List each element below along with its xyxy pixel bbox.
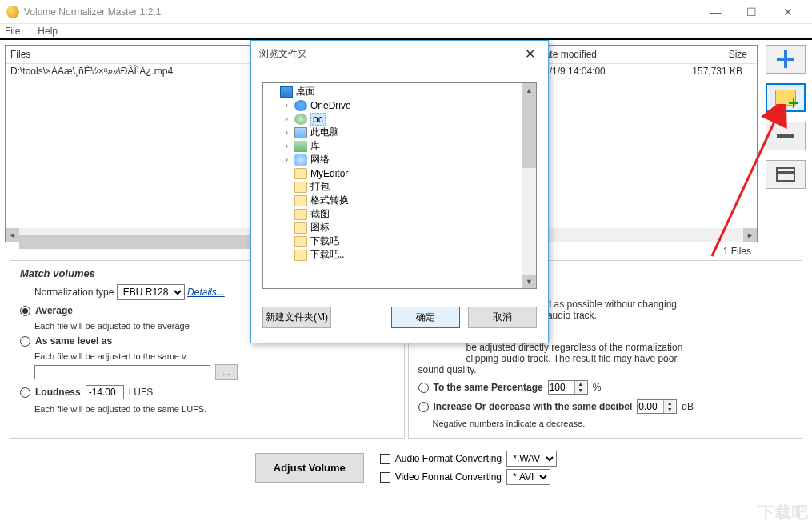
tree-item[interactable]: 格式转换 xyxy=(263,194,522,207)
minus-icon xyxy=(777,134,794,138)
folder-tree[interactable]: 桌面›OneDrive›pc›此电脑›库›网络MyEditor打包格式转换截图图… xyxy=(263,83,522,288)
tree-item-label: 下载吧.. xyxy=(310,248,345,262)
maximize-button[interactable]: ☐ xyxy=(734,1,770,23)
loudness-radio-row[interactable]: Loudness LUFS xyxy=(20,385,394,399)
lib-icon xyxy=(294,141,307,152)
bottom-bar: Adjust Volume Audio Format Converting *.… xyxy=(5,443,807,492)
loudness-radio[interactable] xyxy=(20,387,30,398)
net-icon xyxy=(294,154,307,166)
browse-button[interactable]: ... xyxy=(215,364,238,380)
folder-icon xyxy=(294,250,307,261)
folder-tree-container: 桌面›OneDrive›pc›此电脑›库›网络MyEditor打包格式转换截图图… xyxy=(262,82,537,289)
tree-item[interactable]: 下载吧 xyxy=(263,234,522,248)
close-button[interactable]: ✕ xyxy=(770,1,806,23)
decibel-input[interactable] xyxy=(638,400,663,413)
video-format-row: Video Format Converting *.AVI xyxy=(380,469,557,485)
col-size[interactable]: Size xyxy=(677,46,757,63)
decibel-stepper[interactable]: ▲▼ xyxy=(637,399,677,414)
same-level-radio[interactable] xyxy=(20,336,30,347)
audio-format-select[interactable]: *.WAV xyxy=(506,451,557,467)
scroll-left-icon[interactable]: ◄ xyxy=(6,228,19,242)
clear-button[interactable] xyxy=(766,160,806,189)
expand-icon[interactable]: › xyxy=(282,155,291,164)
tree-item-label: OneDrive xyxy=(310,100,351,111)
tree-item-label: 网络 xyxy=(310,153,330,166)
vertical-scrollbar[interactable]: ▲ ▼ xyxy=(522,83,536,288)
tree-item-label: 截图 xyxy=(310,207,330,221)
tree-item-label: 此电脑 xyxy=(310,126,339,139)
average-label: Average xyxy=(35,305,73,316)
dialog-title: 浏览文件夹 xyxy=(259,47,520,61)
tree-item[interactable]: ›此电脑 xyxy=(263,126,522,139)
watermark: 下载吧 xyxy=(758,502,809,523)
audio-format-checkbox[interactable] xyxy=(380,454,390,464)
tree-item[interactable]: 下载吧.. xyxy=(263,248,522,262)
add-folder-button[interactable] xyxy=(766,83,806,112)
add-file-button[interactable] xyxy=(766,45,806,74)
folder-icon xyxy=(294,168,307,179)
window-title: Volume Normalizer Master 1.2.1 xyxy=(24,6,698,18)
norm-details-link[interactable]: Details... xyxy=(187,287,225,298)
tree-item[interactable]: ›网络 xyxy=(263,153,522,166)
adjust-volume-button[interactable]: Adjust Volume xyxy=(255,453,364,483)
norm-type-select[interactable]: EBU R128 xyxy=(117,284,185,300)
adjust-desc2: clipping audio track. The result file ma… xyxy=(418,353,793,364)
tree-item[interactable]: ›pc xyxy=(263,112,522,126)
tree-item[interactable]: ›库 xyxy=(263,139,522,153)
average-radio[interactable] xyxy=(20,306,30,316)
menu-help[interactable]: Help xyxy=(38,26,58,37)
dialog-close-icon[interactable]: ✕ xyxy=(520,45,540,63)
scroll-thumb[interactable] xyxy=(522,97,536,168)
tree-item[interactable]: 截图 xyxy=(263,207,522,221)
new-folder-button[interactable]: 新建文件夹(M) xyxy=(262,307,331,328)
menubar: File Help xyxy=(0,24,812,40)
side-toolbar xyxy=(766,45,806,189)
file-size: 157,731 KB xyxy=(672,66,752,77)
percent-stepper[interactable]: ▲▼ xyxy=(548,380,588,395)
adjust-desc1: be adjusted directly regardless of the n… xyxy=(418,342,793,353)
tree-item[interactable]: 图标 xyxy=(263,221,522,234)
tree-item[interactable]: 打包 xyxy=(263,180,522,194)
minimize-button[interactable]: — xyxy=(698,1,734,23)
loudness-input[interactable] xyxy=(86,385,124,399)
loudness-unit: LUFS xyxy=(129,387,154,398)
desktop-icon xyxy=(280,86,293,98)
tree-item[interactable]: ›OneDrive xyxy=(263,98,522,112)
scroll-down-icon[interactable]: ▼ xyxy=(522,275,536,288)
cancel-button[interactable]: 取消 xyxy=(468,307,537,328)
tree-item[interactable]: 桌面 xyxy=(263,85,522,98)
tree-item-label: 格式转换 xyxy=(310,194,349,207)
same-level-path-input[interactable] xyxy=(34,365,210,379)
folder-icon xyxy=(294,182,307,193)
expand-icon[interactable]: › xyxy=(282,142,291,150)
video-format-select[interactable]: *.AVI xyxy=(506,469,550,485)
tree-item-label: pc xyxy=(310,113,326,126)
scroll-up-icon[interactable]: ▲ xyxy=(522,83,536,97)
ok-button[interactable]: 确定 xyxy=(391,307,460,328)
decibel-radio[interactable] xyxy=(418,402,429,412)
menu-file[interactable]: File xyxy=(5,26,20,37)
folder-icon xyxy=(294,236,307,247)
decibel-note: Negative numbers indicate a decrease. xyxy=(433,419,793,428)
remove-button[interactable] xyxy=(766,122,806,150)
pc-icon xyxy=(294,127,307,138)
tree-item[interactable]: MyEditor xyxy=(263,166,522,180)
video-format-checkbox[interactable] xyxy=(380,472,390,483)
loudness-desc: Each file will be adjusted to the same L… xyxy=(34,404,394,414)
tree-item-label: 库 xyxy=(310,139,320,153)
scroll-right-icon[interactable]: ► xyxy=(743,228,757,242)
dialog-titlebar[interactable]: 浏览文件夹 ✕ xyxy=(251,41,548,66)
percent-radio[interactable] xyxy=(418,383,429,393)
expand-icon[interactable]: › xyxy=(282,128,291,137)
cloud-icon xyxy=(294,100,307,111)
decibel-radio-row[interactable]: Increase Or decrease with the same decib… xyxy=(418,399,793,414)
percent-radio-row[interactable]: To the same Percentage ▲▼ % xyxy=(418,380,793,395)
percent-input[interactable] xyxy=(549,381,574,394)
user-icon xyxy=(294,114,307,125)
tree-item-label: 图标 xyxy=(310,221,330,234)
expand-icon[interactable]: › xyxy=(282,101,291,110)
browse-folder-dialog: 浏览文件夹 ✕ 桌面›OneDrive›pc›此电脑›库›网络MyEditor打… xyxy=(250,40,549,343)
expand-icon[interactable]: › xyxy=(282,114,291,123)
col-date[interactable]: Date modified xyxy=(533,46,677,63)
tree-item-label: 桌面 xyxy=(296,85,315,98)
